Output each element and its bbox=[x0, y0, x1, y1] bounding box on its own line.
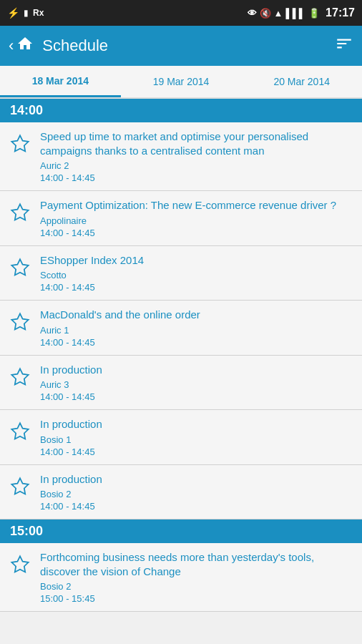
svg-marker-3 bbox=[11, 313, 28, 329]
schedule-item: In productionBosio 214:00 - 14:45 bbox=[0, 465, 362, 520]
page-title: Schedule bbox=[42, 36, 335, 55]
clock: 17:17 bbox=[326, 6, 355, 19]
item-title[interactable]: Speed up time to market and optimise you… bbox=[40, 130, 355, 157]
schedule-item: MacDonald's and the online orderAuric 11… bbox=[0, 301, 362, 356]
svg-marker-0 bbox=[11, 135, 28, 151]
item-location: Bosio 2 bbox=[40, 489, 355, 499]
schedule-item: EShopper Index 2014Scotto14:00 - 14:45 bbox=[0, 246, 362, 301]
time-header-1: 15:00 bbox=[0, 519, 362, 543]
wifi-icon: ▲ bbox=[274, 8, 283, 19]
item-time-range: 14:00 - 14:45 bbox=[40, 228, 355, 238]
back-button[interactable]: ‹ bbox=[9, 36, 14, 55]
favorite-button[interactable] bbox=[7, 419, 33, 444]
item-location: Auric 2 bbox=[40, 160, 355, 171]
item-content: Payment Optimization: The new E-commerce… bbox=[40, 198, 355, 238]
item-time-range: 14:00 - 14:45 bbox=[40, 501, 355, 512]
favorite-button[interactable] bbox=[7, 364, 33, 390]
item-location: Bosio 2 bbox=[40, 581, 355, 592]
schedule-item: In productionBosio 114:00 - 14:45 bbox=[0, 410, 362, 465]
item-title[interactable]: Forthcoming business needs more than yes… bbox=[40, 550, 355, 578]
svg-marker-7 bbox=[11, 556, 28, 572]
battery-status-icon: 🔋 bbox=[308, 8, 320, 19]
svg-marker-2 bbox=[11, 259, 28, 275]
item-title[interactable]: EShopper Index 2014 bbox=[40, 253, 355, 268]
item-time-range: 14:00 - 14:45 bbox=[40, 282, 355, 293]
favorite-button[interactable] bbox=[7, 131, 33, 157]
rx-icon: Rx bbox=[33, 8, 44, 18]
item-time-range: 14:00 - 14:45 bbox=[40, 337, 355, 348]
item-content: In productionAuric 314:00 - 14:45 bbox=[40, 363, 355, 403]
item-title[interactable]: Payment Optimization: The new E-commerce… bbox=[40, 198, 355, 213]
schedule-item: Forthcoming business needs more than yes… bbox=[0, 543, 362, 612]
mute-icon: 🔇 bbox=[260, 8, 271, 19]
favorite-button[interactable] bbox=[7, 255, 33, 280]
filter-button[interactable] bbox=[335, 34, 353, 57]
schedule-item: Payment Optimization: The new E-commerce… bbox=[0, 191, 362, 246]
item-content: MacDonald's and the online orderAuric 11… bbox=[40, 308, 355, 348]
svg-marker-5 bbox=[11, 423, 28, 439]
item-content: In productionBosio 214:00 - 14:45 bbox=[40, 472, 355, 512]
time-header-0: 14:00 bbox=[0, 99, 362, 122]
item-time-range: 14:00 - 14:45 bbox=[40, 447, 355, 457]
item-location: Scotto bbox=[40, 270, 355, 280]
schedule-item: In productionAuric 314:00 - 14:45 bbox=[0, 356, 362, 411]
usb-icon: ⚡ bbox=[7, 7, 19, 19]
svg-marker-1 bbox=[11, 204, 28, 220]
tab-date-0[interactable]: 18 Mar 2014 bbox=[0, 66, 121, 97]
app-bar: ‹ Schedule bbox=[0, 26, 362, 66]
item-time-range: 15:00 - 15:45 bbox=[40, 593, 355, 604]
item-location: Appolinaire bbox=[40, 215, 355, 226]
signal-icon: ▌▌▌ bbox=[285, 8, 305, 19]
item-title[interactable]: In production bbox=[40, 472, 355, 487]
favorite-button[interactable] bbox=[7, 474, 33, 499]
status-bar-left: ⚡ ▮ Rx bbox=[7, 7, 44, 19]
item-title[interactable]: In production bbox=[40, 417, 355, 431]
schedule-list: 14:00 Speed up time to market and optimi… bbox=[0, 99, 362, 644]
eye-icon: 👁 bbox=[248, 8, 257, 19]
home-button[interactable] bbox=[16, 35, 34, 57]
item-content: Speed up time to market and optimise you… bbox=[40, 130, 355, 183]
item-location: Bosio 1 bbox=[40, 434, 355, 445]
tab-date-1[interactable]: 19 Mar 2014 bbox=[121, 66, 242, 97]
item-time-range: 14:00 - 14:45 bbox=[40, 391, 355, 402]
item-title[interactable]: In production bbox=[40, 363, 355, 377]
schedule-item: Speed up time to market and optimise you… bbox=[0, 122, 362, 191]
item-location: Auric 1 bbox=[40, 325, 355, 336]
item-content: Forthcoming business needs more than yes… bbox=[40, 550, 355, 604]
svg-marker-6 bbox=[11, 478, 28, 494]
item-content: EShopper Index 2014Scotto14:00 - 14:45 bbox=[40, 253, 355, 293]
tab-date-2[interactable]: 20 Mar 2014 bbox=[241, 66, 362, 97]
item-time-range: 14:00 - 14:45 bbox=[40, 172, 355, 183]
favorite-button[interactable] bbox=[7, 200, 33, 225]
favorite-button[interactable] bbox=[7, 309, 33, 335]
favorite-button[interactable] bbox=[7, 552, 33, 577]
status-bar: ⚡ ▮ Rx 👁 🔇 ▲ ▌▌▌ 🔋 17:17 bbox=[0, 0, 362, 26]
status-bar-right: 👁 🔇 ▲ ▌▌▌ 🔋 17:17 bbox=[248, 6, 355, 19]
date-tabs: 18 Mar 2014 19 Mar 2014 20 Mar 2014 bbox=[0, 66, 362, 99]
item-location: Auric 3 bbox=[40, 379, 355, 390]
item-content: In productionBosio 114:00 - 14:45 bbox=[40, 417, 355, 457]
item-title[interactable]: MacDonald's and the online order bbox=[40, 308, 355, 322]
battery-icon: ▮ bbox=[24, 8, 29, 18]
svg-marker-4 bbox=[11, 369, 28, 384]
